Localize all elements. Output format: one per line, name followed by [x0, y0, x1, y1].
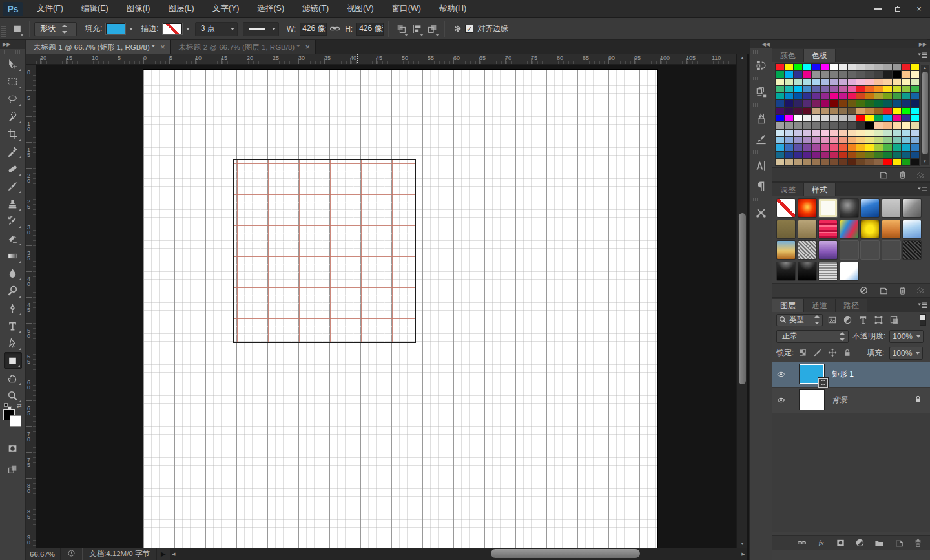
color-swatch[interactable] [803, 122, 811, 129]
color-swatch[interactable] [776, 115, 784, 121]
style-preset-8[interactable] [798, 220, 817, 239]
color-swatch[interactable] [803, 93, 811, 99]
color-swatch[interactable] [821, 79, 829, 85]
style-preset-10[interactable] [840, 220, 859, 239]
resize-grip[interactable] [917, 172, 924, 178]
collapsed-panel-clone-source[interactable] [752, 203, 771, 222]
color-swatch[interactable] [902, 130, 910, 136]
color-swatch[interactable] [911, 144, 919, 150]
color-swatch[interactable] [884, 130, 892, 136]
color-swatch[interactable] [794, 108, 802, 114]
style-preset-18[interactable] [860, 240, 880, 260]
color-swatch[interactable] [856, 137, 865, 143]
color-swatch[interactable] [874, 144, 883, 150]
color-swatch[interactable] [865, 122, 874, 129]
collapsed-panel-history[interactable] [752, 56, 771, 75]
minimize-button[interactable] [868, 2, 887, 16]
tool-zoom[interactable] [4, 387, 22, 404]
scroll-up-icon[interactable]: ▲ [737, 54, 748, 62]
style-preset-15[interactable] [798, 240, 817, 260]
scroll-down-icon[interactable]: ▼ [921, 158, 929, 165]
swap-colors-icon[interactable]: ⇄ [17, 402, 22, 409]
style-preset-16[interactable] [818, 240, 838, 260]
color-swatch[interactable] [848, 137, 856, 143]
color-swatch[interactable] [812, 130, 820, 136]
color-swatch[interactable] [902, 64, 910, 70]
style-preset-9[interactable] [818, 220, 838, 239]
color-swatch[interactable] [874, 64, 883, 70]
layer-filter-type-select[interactable]: 类型 [776, 314, 823, 326]
delete-layer-button[interactable] [912, 537, 924, 548]
lock-pixels-button[interactable] [813, 348, 823, 358]
color-swatch[interactable] [839, 144, 847, 150]
tool-type[interactable] [4, 317, 22, 334]
color-swatch[interactable] [893, 130, 901, 136]
color-swatch[interactable] [785, 86, 793, 92]
color-swatch[interactable] [776, 86, 784, 92]
color-swatch[interactable] [893, 71, 901, 78]
color-swatch[interactable] [785, 130, 793, 136]
layers-tab-0[interactable]: 图层 [772, 299, 804, 312]
color-swatch[interactable] [874, 130, 883, 136]
color-swatch[interactable] [785, 93, 793, 99]
canvas-viewport[interactable] [36, 65, 736, 548]
fill-color-swatch[interactable] [106, 23, 125, 34]
menu-item-5[interactable]: 选择(S) [248, 0, 293, 17]
color-swatch[interactable] [794, 137, 802, 143]
tool-mode-select[interactable]: 形状 [34, 22, 77, 36]
color-swatch[interactable] [902, 159, 910, 165]
color-swatch[interactable] [803, 159, 811, 165]
collapse-dock-button[interactable]: ▶▶ [772, 40, 930, 48]
color-swatch[interactable] [865, 64, 874, 70]
panel-group-grip[interactable] [753, 150, 769, 154]
tab-close-icon[interactable]: × [160, 43, 165, 52]
options-grip[interactable] [1, 21, 6, 37]
panel-group-grip[interactable] [753, 77, 769, 80]
color-swatch[interactable] [856, 130, 865, 136]
color-swatch[interactable] [812, 93, 820, 99]
scroll-right-icon[interactable]: ▶ [739, 548, 747, 560]
color-swatch[interactable] [865, 93, 874, 99]
color-swatch[interactable] [865, 86, 874, 92]
color-swatch[interactable] [902, 108, 910, 114]
color-swatch[interactable] [821, 71, 829, 78]
color-swatch[interactable] [874, 152, 883, 158]
color-swatch[interactable] [848, 64, 856, 70]
color-swatch[interactable] [776, 71, 784, 78]
layers-tab-1[interactable]: 通道 [804, 299, 836, 312]
color-swatch[interactable] [794, 93, 802, 99]
color-swatch[interactable] [893, 100, 901, 107]
color-swatch[interactable] [794, 100, 802, 107]
layer-visibility-toggle[interactable] [772, 388, 790, 413]
tool-rectangle[interactable] [4, 352, 22, 369]
tool-path-select[interactable] [4, 335, 22, 351]
style-preset-19[interactable] [882, 240, 901, 260]
style-preset-20[interactable] [902, 240, 922, 260]
color-swatch[interactable] [785, 79, 793, 85]
zoom-level-field[interactable]: 66.67% [26, 548, 61, 560]
color-swatch[interactable] [856, 71, 865, 78]
filter-shape-layers-button[interactable] [873, 314, 885, 326]
color-swatch[interactable] [911, 108, 919, 114]
style-preset-12[interactable] [882, 220, 901, 239]
layer-fill-field[interactable]: 100% [889, 347, 924, 360]
color-swatch[interactable] [812, 64, 820, 70]
blend-mode-select[interactable]: 正常 [776, 330, 849, 343]
color-swatch[interactable] [794, 64, 802, 70]
color-swatch[interactable] [839, 86, 847, 92]
color-swatch[interactable] [848, 159, 856, 165]
style-preset-11[interactable] [860, 220, 880, 239]
color-swatch[interactable] [803, 64, 811, 70]
panel-menu-icon[interactable] [917, 51, 927, 61]
style-preset-17[interactable] [840, 240, 859, 260]
color-swatch[interactable] [856, 115, 865, 121]
collapsed-panel-properties[interactable] [752, 82, 771, 101]
color-swatch[interactable] [874, 93, 883, 99]
layer-style-button[interactable] [815, 537, 827, 548]
color-swatch[interactable] [884, 152, 892, 158]
color-swatch[interactable] [803, 144, 811, 150]
color-swatch[interactable] [884, 79, 892, 85]
color-swatch[interactable] [794, 71, 802, 78]
color-swatch[interactable] [893, 122, 901, 129]
color-swatch[interactable] [902, 115, 910, 121]
